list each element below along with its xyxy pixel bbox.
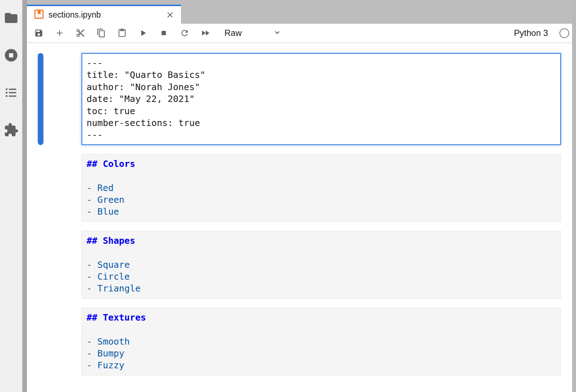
sidebar-item-running-sessions[interactable] [3,48,19,64]
markdown-list-item: - Green [87,194,556,206]
markdown-heading: ## Textures [87,312,556,323]
markdown-list-item: - Square [87,259,556,271]
right-edge-strip [572,0,576,392]
list-icon [4,86,18,101]
cell-collapser[interactable] [38,231,43,299]
blank-line [87,323,556,335]
cell-type-select[interactable]: Raw [224,28,281,38]
input-prompt [43,231,82,299]
left-sidebar [0,0,22,392]
cell-row-markdown: ## Colors - Red - Green - Blue [27,154,561,222]
notebook-icon [34,9,44,20]
cell-row-raw: --- title: "Quarto Basics" author: "Nora… [27,53,561,145]
code-line: author: "Norah Jones" [87,81,556,93]
markdown-list-item: - Bumpy [87,347,556,359]
tab-sections-ipynb[interactable]: sections.ipynb [27,5,181,24]
sidebar-item-file-browser[interactable] [3,11,19,27]
code-line: toc: true [87,105,556,117]
chevron-down-icon [273,28,281,38]
markdown-list-item: - Fuzzy [87,359,556,371]
copy-cells-button[interactable] [91,24,112,42]
puzzle-icon [4,122,19,139]
markdown-cell-editor[interactable]: ## Colors - Red - Green - Blue [82,154,561,222]
folder-icon [4,10,19,27]
notebook-toolbar: Raw Python 3 [27,24,572,43]
cell-collapser[interactable] [38,154,43,222]
stop-circle-icon [4,48,19,64]
save-button[interactable] [28,24,49,42]
code-line: title: "Quarto Basics" [87,69,556,81]
notebook-content: --- title: "Quarto Basics" author: "Nora… [27,43,572,392]
kernel-status-icon[interactable] [559,28,569,38]
markdown-heading: ## Shapes [87,235,556,247]
markdown-cell-editor[interactable]: ## Shapes - Square - Circle - Triangle [82,231,561,299]
input-prompt [43,154,82,222]
blank-line [87,170,556,182]
markdown-list-item: - Red [87,182,556,194]
sidebar-item-extension-manager[interactable] [3,123,19,139]
sidebar-divider [22,0,27,392]
kernel-name[interactable]: Python 3 [514,28,548,38]
close-icon[interactable] [164,10,175,20]
cut-cells-button[interactable] [70,24,91,42]
markdown-list-item: - Triangle [87,283,556,294]
code-line: date: "May 22, 2021" [87,93,556,105]
insert-cell-button[interactable] [49,24,70,42]
markdown-list-item: - Blue [87,206,556,218]
code-line: --- [87,57,556,69]
run-cell-button[interactable] [133,24,153,42]
cell-collapser[interactable] [38,53,43,145]
cell-type-value: Raw [224,28,242,38]
markdown-list-item: - Circle [87,271,556,283]
interrupt-kernel-button[interactable] [153,24,174,42]
input-prompt [43,53,82,145]
markdown-heading: ## Colors [87,158,556,170]
sidebar-item-table-of-contents[interactable] [3,85,19,101]
code-line: number-sections: true [87,117,556,129]
cell-collapser[interactable] [38,308,43,375]
code-line: --- [87,129,556,141]
input-prompt [43,308,82,375]
restart-kernel-button[interactable] [174,24,195,42]
tab-title: sections.ipynb [48,10,101,20]
main-panel: sections.ipynb [27,0,572,392]
markdown-list-item: - Smooth [87,336,556,347]
blank-line [87,247,556,258]
cell-row-markdown: ## Shapes - Square - Circle - Triangle [27,231,561,299]
kernel-area: Python 3 [514,28,572,38]
restart-and-run-all-button[interactable] [195,24,216,42]
cell-row-markdown: ## Textures - Smooth - Bumpy - Fuzzy [27,308,561,375]
paste-cells-button[interactable] [112,24,133,42]
markdown-cell-editor[interactable]: ## Textures - Smooth - Bumpy - Fuzzy [82,308,561,375]
jupyterlab-window: sections.ipynb [0,0,576,392]
raw-cell-editor[interactable]: --- title: "Quarto Basics" author: "Nora… [82,53,561,145]
tab-bar: sections.ipynb [27,0,572,24]
